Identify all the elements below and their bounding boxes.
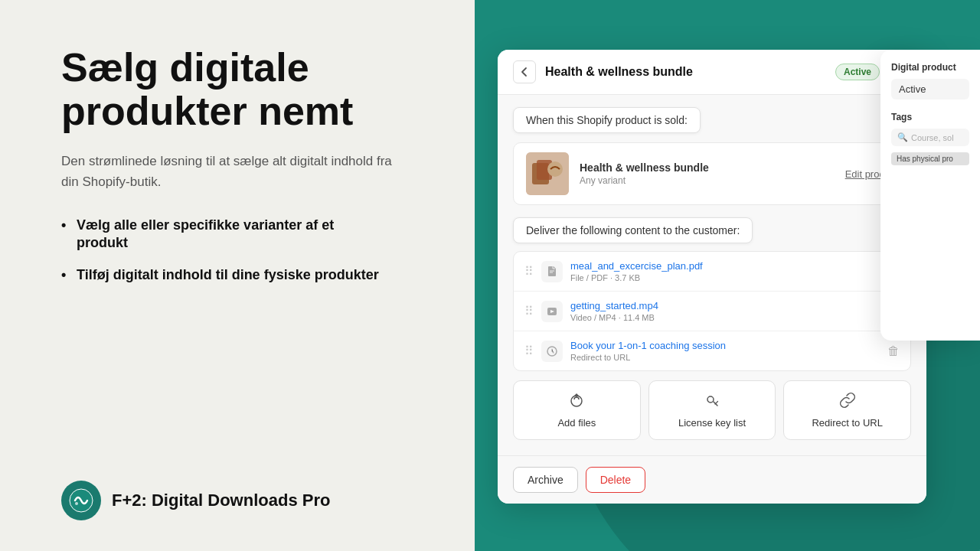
product-info: Health & wellness bundle Any variant	[580, 161, 845, 186]
product-image	[526, 152, 569, 195]
file-icon-0	[541, 261, 563, 282]
card-title: Health & wellness bundle	[545, 65, 826, 79]
card-body: When this Shopify product is sold: Healt…	[498, 95, 926, 455]
file-name-0: meal_and_excercise_plan.pdf	[570, 260, 880, 272]
right-panel: Health & wellness bundle Active Arc When…	[475, 0, 980, 551]
redirect-url-button[interactable]: Redirect to URL	[783, 380, 911, 440]
file-meta-2: Redirect to URL	[570, 353, 880, 362]
active-badge: Active	[835, 64, 880, 80]
app-card: Health & wellness bundle Active Arc When…	[498, 50, 926, 504]
file-row-2: ⠿ Book your 1-on-1 coaching session Redi…	[514, 331, 910, 370]
drag-handle-2[interactable]: ⠿	[524, 344, 534, 358]
archive-button[interactable]: Archive	[513, 467, 578, 493]
deliver-label: Deliver the following content to the cus…	[513, 217, 753, 243]
right-sidebar: Digital product Active Tags 🔍 Course, so…	[880, 50, 980, 341]
file-meta-1: Video / MP4 · 11.4 MB	[570, 313, 880, 322]
tag-pill: Has physical pro	[891, 152, 969, 165]
file-info-0: meal_and_excercise_plan.pdf File / PDF ·…	[570, 260, 880, 282]
sold-section-label: When this Shopify product is sold:	[513, 107, 701, 133]
product-variant: Any variant	[580, 175, 845, 186]
product-row: Health & wellness bundle Any variant Edi…	[513, 142, 911, 205]
delete-button[interactable]: Delete	[586, 467, 645, 493]
logo-icon	[61, 481, 101, 520]
redirect-url-label: Redirect to URL	[812, 417, 882, 429]
bullet-item-2: Tilføj digitalt indhold til dine fysiske…	[61, 266, 383, 284]
license-key-label: License key list	[678, 417, 746, 429]
license-key-button[interactable]: License key list	[648, 380, 776, 440]
file-info-2: Book your 1-on-1 coaching session Redire…	[570, 340, 880, 362]
file-info-1: getting_started.mp4 Video / MP4 · 11.4 M…	[570, 300, 880, 322]
svg-point-1	[75, 502, 78, 505]
action-buttons: Add files License key list Redirect to U…	[513, 380, 911, 440]
back-button[interactable]	[513, 60, 536, 83]
file-name-2: Book your 1-on-1 coaching session	[570, 340, 880, 351]
drag-handle-1[interactable]: ⠿	[524, 304, 534, 318]
main-heading: Sælg digitale produkter nemt	[61, 46, 436, 133]
file-meta-0: File / PDF · 3.7 KB	[570, 273, 880, 282]
file-row-1: ⠿ getting_started.mp4 Video / MP4 · 11.4…	[514, 292, 910, 331]
delete-file-2[interactable]: 🗑	[887, 344, 900, 358]
add-files-icon	[568, 392, 585, 412]
svg-point-5	[547, 161, 563, 177]
search-icon: 🔍	[897, 132, 908, 142]
tags-label: Tags	[891, 112, 969, 122]
bullet-list: Vælg alle eller specifikke varianter af …	[61, 217, 436, 284]
file-name-1: getting_started.mp4	[570, 300, 880, 311]
tags-search[interactable]: 🔍 Course, sol	[891, 129, 969, 146]
tags-search-placeholder: Course, sol	[911, 133, 954, 142]
file-icon-2	[541, 341, 563, 362]
redirect-url-icon	[839, 392, 856, 412]
drag-handle-0[interactable]: ⠿	[524, 264, 534, 279]
logo-text: F+2: Digital Downloads Pro	[112, 491, 330, 510]
svg-point-9	[707, 396, 714, 403]
left-panel: Sælg digitale produkter nemt Den strømli…	[0, 0, 475, 551]
add-files-button[interactable]: Add files	[513, 380, 641, 440]
card-header: Health & wellness bundle Active Arc	[498, 50, 926, 95]
digital-product-label: Digital product	[891, 62, 969, 73]
product-name: Health & wellness bundle	[580, 161, 845, 174]
file-list: ⠿ meal_and_excercise_plan.pdf File / PDF…	[513, 251, 911, 371]
bottom-bar: Archive Delete	[498, 455, 926, 504]
license-key-icon	[704, 392, 720, 412]
deliver-section: Deliver the following content to the cus…	[513, 217, 911, 440]
file-icon-1	[541, 301, 563, 322]
logo-row: F+2: Digital Downloads Pro	[61, 481, 436, 520]
file-row-0: ⠿ meal_and_excercise_plan.pdf File / PDF…	[514, 252, 910, 292]
bullet-item-1: Vælg alle eller specifikke varianter af …	[61, 217, 383, 253]
left-content: Sælg digitale produkter nemt Den strømli…	[61, 46, 436, 298]
sidebar-status: Active	[891, 79, 969, 99]
sub-text: Den strømlinede løsning til at sælge alt…	[61, 152, 398, 192]
add-files-label: Add files	[557, 417, 596, 429]
